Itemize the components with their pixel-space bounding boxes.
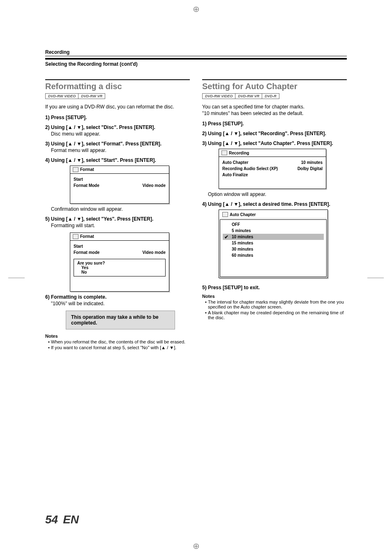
left-step-3-sub: Format menu will appear. [51, 147, 190, 153]
disc-icon [73, 234, 78, 239]
rec-icon [221, 150, 227, 155]
left-step-6: 6) Formatting is complete. [45, 294, 190, 300]
right-after-box1: Option window will appear. [208, 191, 347, 197]
left-step-2-sub: Disc menu will appear. [51, 131, 190, 137]
left-heading: Reformatting a disc [45, 79, 190, 91]
right-heading: Setting for Auto Chapter [202, 79, 347, 91]
disc-icon [73, 167, 78, 172]
right-intro: You can set a specified time for chapter… [202, 104, 347, 117]
recording-box: Recording Auto Chapter10 minutes Recordi… [219, 149, 326, 189]
breadcrumb: Recording [45, 49, 347, 55]
left-step-5-sub: Formatting will start. [51, 223, 190, 228]
right-notes-head: Notes [202, 294, 347, 299]
badge-dvdrw-video: DVD-RW VIDEO [202, 93, 235, 99]
badge-dvdrw-video: DVD-RW VIDEO [45, 93, 78, 99]
crop-mark-bottom: ⊕ [193, 541, 200, 551]
right-column: Setting for Auto Chapter DVD-RW VIDEODVD… [202, 79, 347, 351]
right-step-2: 2) Using [▲ / ▼], select "Recording". Pr… [202, 131, 347, 136]
page-number: 54EN [45, 513, 79, 526]
left-notes: When you reformat the disc, the contents… [45, 339, 190, 350]
left-notes-head: Notes [45, 334, 190, 339]
subtitle: Selecting the Recording format (cont'd) [45, 61, 347, 67]
badge-dvd-r: DVD-R [262, 93, 279, 99]
right-note-2: A blank chapter may be created depending… [208, 310, 347, 320]
left-badges: DVD-RW VIDEODVD-RW VR [45, 93, 190, 99]
confirm-box: Are you sure? Yes No [74, 259, 166, 276]
format-box-1: Format Start Format ModeVideo mode [70, 166, 169, 204]
right-step-1: 1) Press [SETUP]. [202, 121, 347, 127]
opt-off[interactable]: OFF [223, 221, 324, 228]
left-intro: If you are using a DVD-RW disc, you can … [45, 104, 190, 111]
opt-30[interactable]: 30 minutes [223, 246, 324, 252]
rec-icon [222, 212, 228, 217]
left-step-6-sub: "100%" will be indicated. [51, 301, 190, 306]
left-note-2: If you want to cancel format at step 5, … [51, 345, 190, 350]
left-step-3: 3) Using [▲ / ▼], select "Format". Press… [45, 141, 190, 147]
badge-dvdrw-vr: DVD-RW VR [235, 93, 262, 99]
format-box-2: Format Start Format modeVideo mode Are y… [70, 233, 169, 292]
auto-chapter-box: Auto Chapter OFF 5 minutes ✔10 minutes 1… [219, 210, 328, 278]
right-step-3: 3) Using [▲ / ▼], select "Auto Chapter".… [202, 140, 347, 146]
left-column: Reformatting a disc DVD-RW VIDEODVD-RW V… [45, 79, 190, 351]
opt-5[interactable]: 5 minutes [223, 228, 324, 234]
right-badges: DVD-RW VIDEODVD-RW VRDVD-R [202, 93, 347, 99]
right-note-1: The interval for chapter marks may sligh… [208, 299, 347, 309]
opt-60[interactable]: 60 minutes [223, 252, 324, 258]
check-icon: ✔ [224, 234, 228, 240]
opt-10[interactable]: ✔10 minutes [223, 234, 324, 240]
left-note-1: When you reformat the disc, the contents… [51, 339, 190, 344]
right-step-4: 4) Using [▲ / ▼], select a desired time.… [202, 201, 347, 207]
left-after-box1: Confirmation window will appear. [51, 206, 190, 212]
right-notes: The interval for chapter marks may sligh… [202, 299, 347, 320]
right-step-5: 5) Press [SETUP] to exit. [202, 285, 347, 290]
badge-dvdrw-vr: DVD-RW VR [78, 93, 105, 99]
callout-box: This operation may take a while to be co… [66, 311, 175, 329]
left-step-2: 2) Using [▲ / ▼], select "Disc". Press [… [45, 124, 190, 130]
left-step-5: 5) Using [▲ / ▼], select "Yes". Press [E… [45, 216, 190, 222]
opt-15[interactable]: 15 minutes [223, 240, 324, 246]
left-step-4: 4) Using [▲ / ▼], select "Start". Press … [45, 157, 190, 163]
left-step-1: 1) Press [SETUP]. [45, 115, 190, 120]
